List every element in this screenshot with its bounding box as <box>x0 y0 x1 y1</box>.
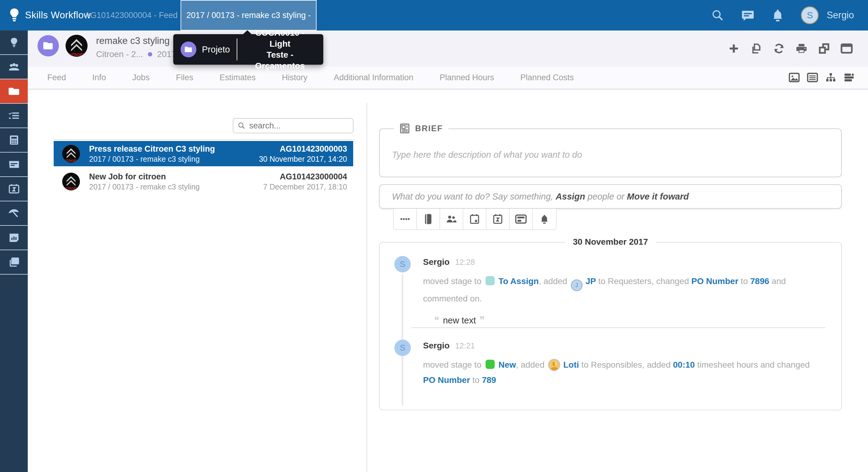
search-icon[interactable] <box>711 9 724 22</box>
feed-avatar: S <box>394 340 411 356</box>
sidebar-item-home[interactable] <box>0 30 28 55</box>
job-list-item[interactable]: CITROËN New Job for citroen 2017 / 00173… <box>54 169 353 194</box>
svg-text:CITROËN: CITROËN <box>68 53 86 57</box>
feed-avatar: S <box>394 256 411 272</box>
brief-placeholder: Type here the description of what you wa… <box>392 150 582 160</box>
job-tabbar: Feed Info Jobs Files Estimates History A… <box>28 66 868 90</box>
stage-chip-new <box>486 360 495 369</box>
feed-entry: Sergio 12:28 moved stage to To Assign, a… <box>423 257 823 326</box>
search-icon <box>238 122 246 130</box>
messages-icon[interactable] <box>741 8 754 22</box>
tab-files[interactable]: Files <box>176 73 193 82</box>
tab-planned-hours[interactable]: Planned Hours <box>439 73 494 82</box>
field-link[interactable]: PO Number <box>423 375 470 385</box>
notify-bell-button[interactable] <box>533 209 556 230</box>
list-top-border <box>54 139 353 140</box>
brief-title: BRIEF <box>415 124 443 133</box>
tab-planned-costs[interactable]: Planned Costs <box>520 73 574 82</box>
feed-time: 12:28 <box>455 258 475 267</box>
checklist-icon <box>8 110 20 121</box>
project-folder-badge <box>37 35 59 56</box>
add-icon[interactable] <box>726 40 742 56</box>
nav-tab-active[interactable]: 2017 / 00173 - remake c3 styling - Feed <box>181 0 317 30</box>
print-icon[interactable] <box>794 40 809 56</box>
job-item-subtitle: 2017 / 00173 - remake c3 styling <box>89 182 254 191</box>
rows-view-icon[interactable] <box>844 72 855 82</box>
assign-people-button[interactable] <box>440 209 463 230</box>
citroen-logo: CITROËN <box>66 35 88 57</box>
schedule-button[interactable] <box>463 209 487 230</box>
attach-document-button[interactable] <box>417 209 440 230</box>
timesheet-button[interactable] <box>487 209 509 230</box>
composer-input[interactable]: What do you want to do? Say something, A… <box>379 184 842 209</box>
tooltip-type-label: Projeto <box>202 45 230 55</box>
job-item-code: AG101423000003 <box>259 144 347 154</box>
job-item-title: Press release Citroen C3 styling <box>89 144 250 154</box>
tab-additional-information[interactable]: Additional Information <box>334 73 413 82</box>
sitemap-view-icon[interactable] <box>825 72 836 82</box>
sidebar-item-jobs[interactable] <box>0 79 28 104</box>
search-input[interactable] <box>249 121 349 130</box>
stage-link[interactable]: New <box>498 360 516 370</box>
job-item-title: New Job for citroen <box>89 172 254 182</box>
lightbulb-icon <box>8 37 20 48</box>
tab-info[interactable]: Info <box>92 73 106 82</box>
field-link[interactable]: PO Number <box>691 276 738 286</box>
table-view-icon[interactable] <box>807 72 818 82</box>
project-dot-icon <box>148 52 152 56</box>
tooltip-arrow <box>243 30 252 34</box>
job-breadcrumb: Citroen - 2... 2017 <box>96 50 176 59</box>
timesheet-calendar-icon <box>8 183 20 194</box>
brief-section[interactable]: BRIEF Type here the description of what … <box>379 128 842 177</box>
tab-jobs[interactable]: Jobs <box>132 73 150 82</box>
tab-history[interactable]: History <box>282 73 307 82</box>
feed-author[interactable]: Sergio <box>423 341 450 351</box>
sidebar-item-estimates[interactable] <box>0 128 28 152</box>
tooltip-folder-icon <box>181 41 196 57</box>
person-link[interactable]: Loti <box>563 360 579 370</box>
tab-feed[interactable]: Feed <box>47 73 66 82</box>
value-link[interactable]: 789 <box>482 375 496 385</box>
jobs-search[interactable] <box>233 118 353 133</box>
sidebar-item-reports[interactable] <box>0 226 28 250</box>
top-navbar: Skills Workflow AG101423000004 - Feed 20… <box>0 0 868 30</box>
stage-link[interactable]: To Assign <box>498 276 538 286</box>
maximize-icon[interactable] <box>839 40 855 56</box>
sidebar-item-invoices[interactable] <box>0 152 28 177</box>
copy-icon[interactable] <box>748 40 764 56</box>
refresh-icon[interactable] <box>771 40 787 56</box>
value-link[interactable]: 7896 <box>750 276 769 286</box>
sidebar-item-timesheet[interactable] <box>0 177 28 201</box>
app-title: Skills Workflow <box>25 10 91 21</box>
person-link[interactable]: JP <box>586 276 596 286</box>
loti-photo-avatar <box>548 359 560 371</box>
move-stage-button[interactable] <box>509 209 533 230</box>
feed-entry-text: moved stage to New, added Loti to Respon… <box>423 357 823 388</box>
feed-entry-text: moved stage to To Assign, added JJP to R… <box>423 274 823 306</box>
more-actions-button[interactable] <box>394 209 417 230</box>
user-name[interactable]: Sergio <box>827 10 854 21</box>
app-brand[interactable]: Skills Workflow <box>8 0 91 30</box>
feed-author[interactable]: Sergio <box>423 257 450 267</box>
client-name[interactable]: Citroen - 2... <box>96 50 143 59</box>
sidebar-item-contacts[interactable] <box>0 55 28 79</box>
open-quote-icon: ❝ <box>434 315 439 326</box>
panel-divider <box>367 103 367 472</box>
sidebar-item-documents[interactable] <box>0 250 28 274</box>
nav-tab-inactive[interactable]: AG101423000004 - Feed <box>82 0 180 30</box>
tab-estimates[interactable]: Estimates <box>220 73 256 82</box>
close-quote-icon: ❞ <box>479 315 485 326</box>
sidebar-item-tasks[interactable] <box>0 104 28 128</box>
report-chart-icon <box>8 232 20 243</box>
svg-text:CITROËN: CITROËN <box>64 187 78 190</box>
sidebar-item-absences[interactable] <box>0 201 28 226</box>
job-list-item-selected[interactable]: CITROËN Press release Citroen C3 styling… <box>54 141 353 166</box>
hours-link[interactable]: 00:10 <box>673 360 695 370</box>
feed-entry-divider <box>411 327 825 328</box>
skills-workflow-app: Skills Workflow AG101423000004 - Feed 20… <box>0 0 868 472</box>
user-avatar[interactable]: S <box>801 6 818 24</box>
job-title: remake c3 styling <box>96 35 169 47</box>
windows-icon[interactable] <box>816 40 832 56</box>
notifications-bell-icon[interactable] <box>772 8 784 22</box>
gallery-view-icon[interactable] <box>789 72 800 82</box>
